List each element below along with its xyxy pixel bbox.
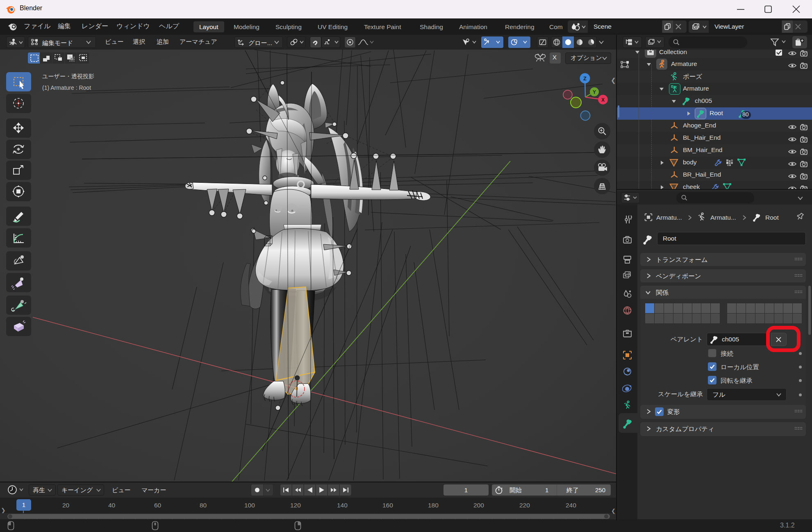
svg-text:Z: Z bbox=[583, 75, 587, 82]
svg-text:Y: Y bbox=[593, 89, 596, 95]
svg-text:X: X bbox=[601, 97, 605, 103]
